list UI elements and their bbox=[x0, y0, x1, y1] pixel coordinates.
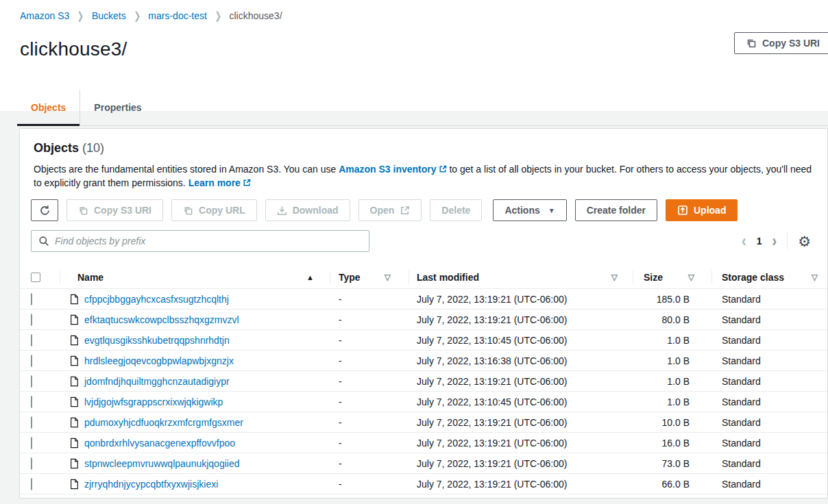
select-row-checkbox[interactable] bbox=[31, 478, 32, 490]
copy-s3-uri-header-button[interactable]: Copy S3 URI bbox=[734, 32, 828, 54]
file-icon bbox=[69, 294, 79, 305]
file-icon bbox=[69, 314, 79, 325]
object-name-link[interactable]: lvjdjgojwfsgrappscrxixwjqkigwikp bbox=[84, 396, 223, 407]
object-name-link[interactable]: efktaqtucswkcowpclbsszhqxgzmvzvl bbox=[84, 314, 239, 325]
upload-button[interactable]: Upload bbox=[666, 199, 738, 221]
open-button[interactable]: Open bbox=[358, 199, 422, 221]
select-row-checkbox[interactable] bbox=[31, 375, 32, 388]
object-name-link[interactable]: evgtlqusgiksshkubetrqqpshnrhdtjn bbox=[84, 335, 230, 346]
object-name-link[interactable]: pdumoxyhjcdfuoqkrzxmfcrgmfgsxmer bbox=[84, 417, 243, 428]
refresh-button[interactable] bbox=[31, 199, 58, 221]
row-checkbox-cell bbox=[20, 438, 60, 449]
select-row-checkbox[interactable] bbox=[31, 293, 32, 305]
row-checkbox-cell bbox=[20, 417, 60, 428]
caret-down-icon: ▼ bbox=[548, 207, 555, 214]
file-icon bbox=[69, 335, 79, 346]
preferences-gear-icon[interactable]: ⚙ bbox=[798, 234, 811, 249]
select-row-checkbox[interactable] bbox=[31, 334, 32, 346]
header-size[interactable]: Size ▽ bbox=[633, 266, 711, 288]
object-type-cell: - bbox=[330, 396, 409, 407]
header-last-modified[interactable]: Last modified ▽ bbox=[409, 266, 633, 288]
copy-url-label: Copy URL bbox=[199, 205, 245, 216]
select-all-checkbox[interactable] bbox=[31, 273, 40, 282]
table-row: qonbrdxrhlvysanacgenexpffovvfpoo - July … bbox=[20, 433, 827, 453]
header-type[interactable]: Type ▽ bbox=[330, 266, 409, 288]
file-icon bbox=[69, 438, 79, 449]
current-page-number[interactable]: 1 bbox=[757, 236, 762, 247]
breadcrumb-bucket-name[interactable]: mars-doc-test bbox=[148, 10, 207, 21]
file-icon bbox=[69, 396, 79, 407]
object-size-cell: 73.0 B bbox=[633, 458, 711, 469]
copy-url-button[interactable]: Copy URL bbox=[171, 199, 257, 221]
object-type-cell: - bbox=[330, 335, 409, 346]
previous-page-icon[interactable]: ‹ bbox=[742, 233, 746, 249]
select-row-checkbox[interactable] bbox=[31, 457, 32, 470]
row-checkbox-cell bbox=[20, 294, 60, 305]
object-name-cell: hrdlsleegjoqevcogbpwlapwbjxgnzjx bbox=[60, 355, 330, 366]
object-type-cell: - bbox=[330, 355, 409, 366]
delete-button[interactable]: Delete bbox=[430, 199, 482, 221]
copy-s3-uri-button[interactable]: Copy S3 URI bbox=[66, 199, 163, 221]
tab-objects[interactable]: Objects bbox=[17, 90, 80, 125]
object-type-cell: - bbox=[330, 376, 409, 387]
actions-label: Actions bbox=[504, 205, 539, 216]
object-name-link[interactable]: qonbrdxrhlvysanacgenexpffovvfpoo bbox=[84, 438, 235, 449]
object-name-link[interactable]: stpnwcleepmvruwwqlpaunukjqogiied bbox=[84, 458, 239, 469]
pagination-divider bbox=[787, 232, 788, 250]
learn-more-link[interactable]: Learn more bbox=[188, 177, 251, 188]
breadcrumb-amazon-s3[interactable]: Amazon S3 bbox=[20, 10, 69, 21]
object-type-cell: - bbox=[330, 438, 409, 449]
amazon-s3-inventory-link[interactable]: Amazon S3 inventory bbox=[339, 164, 446, 175]
select-row-checkbox[interactable] bbox=[31, 314, 32, 326]
header-last-modified-label: Last modified bbox=[417, 272, 479, 283]
object-name-cell: evgtlqusgiksshkubetrqqpshnrhdtjn bbox=[60, 335, 330, 346]
header-checkbox-cell bbox=[20, 266, 60, 288]
object-name-link[interactable]: cfppcjbbggayhcxcasfxsugtzhcqlthj bbox=[84, 294, 229, 305]
create-folder-button[interactable]: Create folder bbox=[575, 199, 657, 221]
actions-dropdown-button[interactable]: Actions ▼ bbox=[493, 199, 566, 221]
object-size-cell: 1.0 B bbox=[633, 335, 711, 346]
tab-properties[interactable]: Properties bbox=[80, 90, 155, 125]
find-objects-input[interactable] bbox=[55, 236, 362, 247]
breadcrumb-buckets[interactable]: Buckets bbox=[92, 10, 126, 21]
tab-properties-label: Properties bbox=[94, 102, 141, 113]
select-row-checkbox[interactable] bbox=[31, 437, 32, 449]
select-row-checkbox[interactable] bbox=[31, 396, 32, 408]
object-name-cell: efktaqtucswkcowpclbsszhqxgzmvzvl bbox=[60, 314, 330, 325]
header-storage-class[interactable]: Storage class ▽ bbox=[711, 266, 827, 288]
object-size-cell: 10.0 B bbox=[633, 417, 711, 428]
object-last-modified-cell: July 7, 2022, 13:19:21 (UTC-06:00) bbox=[409, 417, 633, 428]
file-icon bbox=[69, 376, 79, 387]
select-row-checkbox[interactable] bbox=[31, 355, 32, 367]
file-icon bbox=[69, 355, 79, 366]
select-row-checkbox[interactable] bbox=[31, 416, 32, 429]
file-icon bbox=[69, 417, 79, 428]
table-header-row: Name ▲ Type ▽ Last modified ▽ Size ▽ Sto… bbox=[20, 266, 827, 289]
breadcrumb-separator-icon: ❯ bbox=[134, 10, 141, 22]
object-last-modified-cell: July 7, 2022, 13:19:21 (UTC-06:00) bbox=[409, 294, 633, 305]
search-and-pagination-row: ‹ 1 › ⚙ bbox=[20, 221, 827, 252]
object-last-modified-cell: July 7, 2022, 13:19:21 (UTC-06:00) bbox=[409, 314, 633, 325]
objects-toolbar: Copy S3 URI Copy URL Download Open Delet… bbox=[20, 190, 827, 221]
object-name-link[interactable]: jdomfndjhquiltmgghcnzautadigiypr bbox=[84, 376, 230, 387]
object-name-link[interactable]: hrdlsleegjoqevcogbpwlapwbjxgnzjx bbox=[84, 355, 234, 366]
header-name[interactable]: Name ▲ bbox=[60, 266, 330, 288]
table-row: evgtlqusgiksshkubetrqqpshnrhdtjn - July … bbox=[20, 330, 827, 351]
learn-more-label: Learn more bbox=[188, 177, 241, 188]
object-type-cell: - bbox=[330, 314, 409, 325]
header-type-label: Type bbox=[339, 272, 361, 283]
object-name-cell: jdomfndjhquiltmgghcnzautadigiypr bbox=[60, 376, 330, 387]
row-checkbox-cell bbox=[20, 376, 60, 387]
object-size-cell: 1.0 B bbox=[633, 376, 711, 387]
object-name-cell: qonbrdxrhlvysanacgenexpffovvfpoo bbox=[60, 438, 330, 449]
object-size-cell: 185.0 B bbox=[633, 294, 711, 305]
object-name-cell: cfppcjbbggayhcxcasfxsugtzhcqlthj bbox=[60, 294, 330, 305]
download-button[interactable]: Download bbox=[265, 199, 350, 221]
description-text-1: Objects are the fundamental entities sto… bbox=[34, 164, 339, 175]
breadcrumb-current-folder: clickhouse3/ bbox=[230, 10, 282, 21]
object-name-link[interactable]: zjrryqhdnjycypcqbtfxyxwjisjkiexi bbox=[84, 479, 218, 490]
tab-objects-label: Objects bbox=[31, 102, 66, 113]
sort-icon: ▽ bbox=[611, 273, 618, 282]
object-last-modified-cell: July 7, 2022, 13:16:38 (UTC-06:00) bbox=[409, 355, 633, 366]
next-page-icon[interactable]: › bbox=[772, 233, 777, 249]
